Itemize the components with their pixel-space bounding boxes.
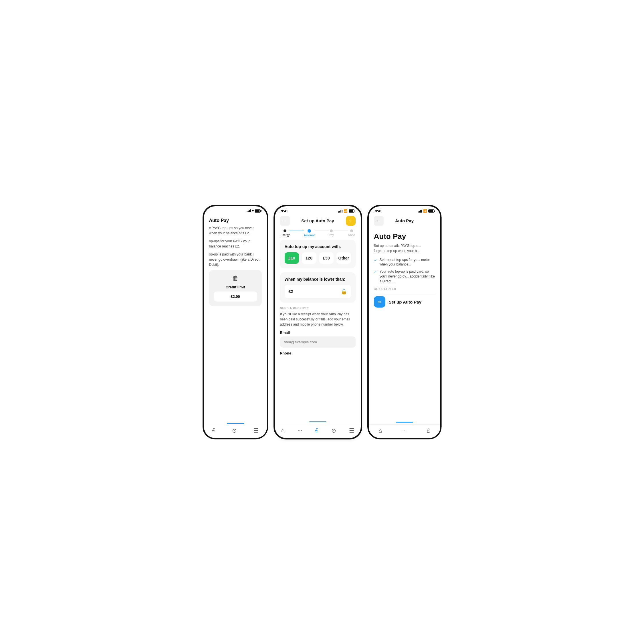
receipt-label: NEED A RECEIPT? [280, 307, 356, 310]
center-nav-title: Set up Auto Pay [301, 218, 334, 223]
center-nav-header: ← Set up Auto Pay ⚡ [275, 214, 361, 228]
nav-icon-help[interactable]: ⊙ [232, 427, 237, 434]
right-blue-bar [396, 422, 413, 423]
balance-value: £2 [289, 289, 293, 294]
step-label-amount: Amount [304, 234, 315, 237]
center-nav-pound[interactable]: £ [315, 427, 318, 434]
center-nav-menu[interactable]: ☰ [349, 427, 354, 434]
step-label-done: Done [348, 233, 355, 237]
left-content: Auto Pay c PAYG top-ups so you never whe… [204, 214, 267, 421]
center-status-icons: 📶 [338, 209, 354, 213]
signal-icon [247, 209, 251, 212]
right-bottom-nav: ⌂ ⋯ £ [369, 424, 440, 438]
check-list: ✓ Set repeat top-ups for yo... meter whe… [374, 257, 435, 284]
right-battery-icon [428, 209, 434, 213]
receipt-desc: If you'd like a receipt when your Auto P… [280, 312, 356, 327]
back-arrow-icon: ← [283, 218, 287, 223]
email-label: Email [280, 330, 356, 335]
scene: ▾ Auto Pay c PAYG top-ups so you never w… [193, 193, 451, 451]
right-nav-title: Auto Pay [395, 218, 414, 223]
autopay-heading: Auto Pay [374, 232, 435, 241]
right-time: 9:41 [375, 209, 382, 213]
step-dot-done [350, 229, 353, 232]
back-button[interactable]: ← [280, 216, 290, 226]
balance-card-title: When my balance is lower than: [285, 277, 351, 282]
setup-autopay-button[interactable]: ∞ Set up Auto Pay [374, 296, 435, 308]
left-desc2: op-ups for your PAYG your balance reache… [209, 239, 262, 249]
phone-label: Phone [280, 351, 356, 355]
check-text-2: Your auto top-up is paid card, so you'll… [380, 269, 435, 284]
credit-box: 🗑 Credit limit £2.00 [209, 270, 262, 306]
right-back-arrow-icon: ← [377, 218, 381, 223]
left-bottom-nav: £ ⊙ ☰ [204, 424, 267, 438]
left-status-bar: ▾ [204, 206, 267, 214]
credit-limit-value: £2.00 [214, 292, 257, 302]
step-line-3 [334, 231, 348, 231]
nav-icon-pound[interactable]: £ [212, 427, 215, 434]
amount-card-title: Auto top-up my account with: [285, 244, 351, 249]
trash-icon: 🗑 [214, 275, 257, 282]
amount-20-button[interactable]: £20 [302, 252, 316, 264]
check-text-1: Set repeat top-ups for yo... meter when … [380, 257, 435, 267]
step-line-2 [315, 231, 329, 231]
right-back-button[interactable]: ← [374, 216, 384, 226]
right-signal-icon [418, 210, 422, 213]
center-wifi-icon: 📶 [344, 209, 348, 213]
divider [374, 293, 435, 293]
center-nav-home[interactable]: ⌂ [281, 427, 285, 434]
autopay-desc: Set up automatic PAYG top-u...forget to … [374, 243, 435, 253]
right-nav-pound[interactable]: £ [427, 427, 430, 434]
center-bottom-nav: ⌂ ⋯ £ ⊙ ☰ [275, 424, 361, 438]
balance-card: When my balance is lower than: £2 🔒 [280, 272, 356, 303]
center-status-bar: 9:41 📶 [275, 206, 361, 214]
amount-card: Auto top-up my account with: £10 £20 £30… [280, 240, 356, 268]
left-status-icons: ▾ [247, 209, 261, 213]
check-item-2: ✓ Your auto top-up is paid card, so you'… [374, 269, 435, 284]
right-status-bar: 9:41 📶 [369, 206, 440, 214]
left-desc1: c PAYG top-ups so you never when your ba… [209, 225, 262, 236]
step-dot-pay [330, 229, 333, 232]
step-dot-energy [284, 229, 286, 232]
get-started-label: GET STARTED [374, 288, 435, 291]
check-item-1: ✓ Set repeat top-ups for yo... meter whe… [374, 257, 435, 267]
left-title: Auto Pay [209, 218, 262, 223]
right-phone: 9:41 📶 ← Auto Pay Auto [367, 205, 442, 439]
wifi-icon: ▾ [252, 209, 254, 213]
amount-30-button[interactable]: £30 [319, 252, 334, 264]
credit-limit-label: Credit limit [214, 285, 257, 289]
battery-icon [255, 209, 261, 213]
step-dot-amount [308, 229, 311, 233]
step-label-pay: Pay [329, 233, 334, 237]
center-nav-activity[interactable]: ⋯ [298, 428, 302, 433]
center-signal-icon [338, 210, 342, 213]
email-input[interactable] [280, 336, 356, 348]
check-mark-2: ✓ [374, 270, 377, 274]
left-desc3: op-up is paid with your bank ll never go… [209, 252, 262, 267]
stepper: Energy Amount Pay Done [275, 228, 361, 237]
lock-icon: 🔒 [341, 288, 347, 295]
balance-row: £2 🔒 [285, 285, 351, 298]
amount-other-button[interactable]: Other [336, 252, 351, 264]
right-nav-home[interactable]: ⌂ [379, 427, 382, 434]
amount-options: £10 £20 £30 Other [285, 252, 351, 264]
right-nav-header: ← Auto Pay [369, 214, 440, 228]
center-nav-help[interactable]: ⊙ [331, 427, 336, 434]
center-phone: 9:41 📶 ← Set up Auto Pay ⚡ [274, 205, 362, 439]
center-content: Auto top-up my account with: £10 £20 £30… [275, 237, 361, 420]
setup-btn-label: Set up Auto Pay [389, 300, 421, 304]
check-mark-1: ✓ [374, 258, 377, 262]
lightning-button[interactable]: ⚡ [346, 216, 356, 226]
infinity-icon: ∞ [374, 296, 385, 308]
center-time: 9:41 [281, 209, 288, 213]
amount-10-button[interactable]: £10 [285, 252, 299, 264]
right-wifi-icon: 📶 [423, 209, 427, 213]
left-phone: ▾ Auto Pay c PAYG top-ups so you never w… [203, 205, 268, 439]
right-nav-activity[interactable]: ⋯ [402, 428, 407, 433]
step-line-1 [290, 231, 304, 231]
center-battery-icon [349, 209, 354, 213]
step-label-energy: Energy [281, 233, 290, 237]
right-content: Auto Pay Set up automatic PAYG top-u...f… [369, 228, 440, 421]
lightning-icon: ⚡ [348, 218, 354, 224]
nav-icon-menu[interactable]: ☰ [253, 427, 259, 434]
center-blue-bar [309, 421, 326, 422]
